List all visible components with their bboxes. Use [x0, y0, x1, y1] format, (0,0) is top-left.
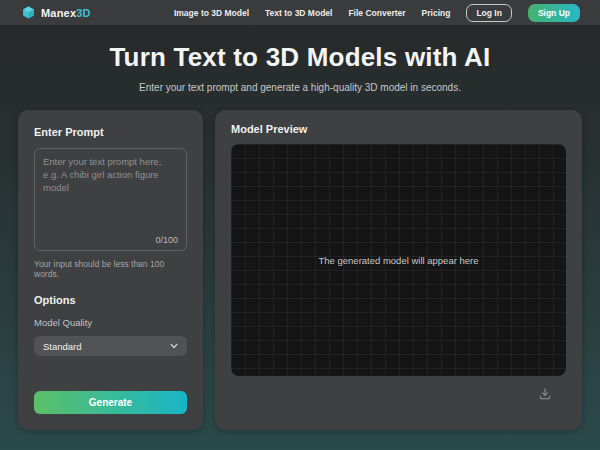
hero-section: Turn Text to 3D Models with AI Enter you… — [0, 25, 600, 93]
brand-name: Manex3D — [41, 7, 91, 19]
signup-button[interactable]: Sign Up — [528, 4, 580, 22]
chevron-down-icon — [170, 342, 178, 350]
cube-icon — [22, 6, 35, 19]
download-icon[interactable] — [538, 387, 552, 401]
main-content: Enter Prompt 0/100 Your input should be … — [0, 110, 600, 430]
nav-item-pricing[interactable]: Pricing — [422, 8, 451, 18]
prompt-textarea-wrap: 0/100 — [34, 148, 187, 251]
char-counter: 0/100 — [155, 235, 178, 245]
brand-name-primary: Manex — [41, 7, 76, 19]
prompt-panel: Enter Prompt 0/100 Your input should be … — [18, 110, 203, 430]
prompt-panel-title: Enter Prompt — [34, 126, 187, 138]
generate-button[interactable]: Generate — [34, 391, 187, 414]
page-subtitle: Enter your text prompt and generate a hi… — [0, 82, 600, 93]
nav-item-text-to-3d[interactable]: Text to 3D Model — [265, 8, 332, 18]
header: Manex3D Image to 3D Model Text to 3D Mod… — [0, 0, 600, 25]
quality-selected-value: Standard — [43, 341, 82, 352]
quality-label: Model Quality — [34, 317, 187, 328]
nav-item-file-converter[interactable]: File Converter — [348, 8, 405, 18]
preview-panel-title: Model Preview — [231, 123, 566, 135]
quality-select[interactable]: Standard — [34, 336, 187, 356]
model-preview-viewport: The generated model will appear here — [231, 144, 566, 376]
login-button[interactable]: Log In — [466, 4, 512, 22]
prompt-hint: Your input should be less than 100 words… — [34, 259, 187, 279]
preview-empty-message: The generated model will appear here — [318, 255, 478, 266]
page-title: Turn Text to 3D Models with AI — [0, 42, 600, 73]
preview-panel: Model Preview The generated model will a… — [215, 110, 582, 430]
prompt-input[interactable] — [43, 156, 178, 234]
brand-name-accent: 3D — [76, 7, 90, 19]
options-title: Options — [34, 294, 187, 306]
main-nav: Image to 3D Model Text to 3D Model File … — [174, 4, 580, 22]
brand-logo[interactable]: Manex3D — [22, 6, 91, 19]
nav-item-image-to-3d[interactable]: Image to 3D Model — [174, 8, 249, 18]
preview-toolbar — [231, 387, 566, 401]
